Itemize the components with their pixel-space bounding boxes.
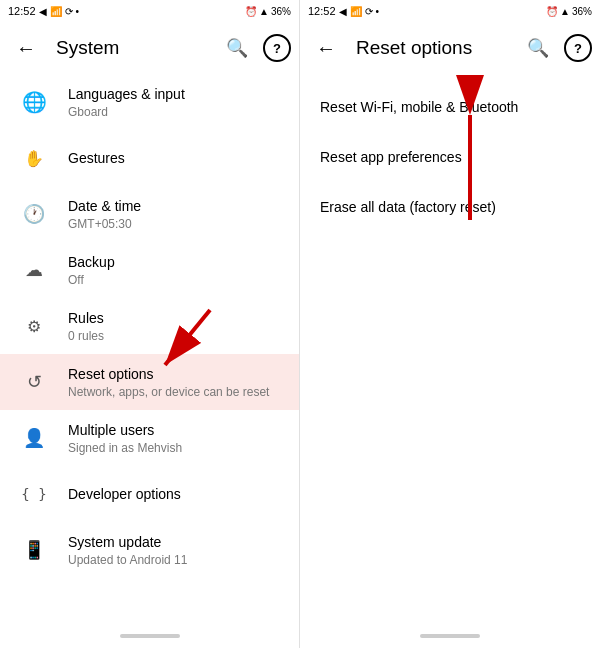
gestures-icon: ✋	[16, 140, 52, 176]
left-wifi-icon: ▲	[259, 6, 269, 17]
right-dot-icon: •	[376, 6, 380, 17]
reset-wifi-label: Reset Wi-Fi, mobile & Bluetooth	[320, 99, 518, 115]
right-nav-icon: ◀	[339, 6, 347, 17]
left-settings-list: 🌐 Languages & input Gboard ✋ Gestures 🕐 …	[0, 74, 299, 628]
languages-icon: 🌐	[16, 84, 52, 120]
gestures-title: Gestures	[68, 149, 125, 167]
rules-subtitle: 0 rules	[68, 329, 104, 343]
right-status-bar: 12:52 ◀ 📶 ⟳ • ⏰ ▲ 36%	[300, 0, 600, 22]
reset-wifi-item[interactable]: Reset Wi-Fi, mobile & Bluetooth	[300, 82, 600, 132]
right-panel: 12:52 ◀ 📶 ⟳ • ⏰ ▲ 36% ← Reset options 🔍 …	[300, 0, 600, 648]
multiuser-icon: 👤	[16, 420, 52, 456]
datetime-title: Date & time	[68, 197, 141, 215]
update-icon: 📱	[16, 532, 52, 568]
reset-icon: ↺	[16, 364, 52, 400]
left-status-right: ⏰ ▲ 36%	[245, 6, 291, 17]
right-search-button[interactable]: 🔍	[520, 30, 556, 66]
languages-subtitle: Gboard	[68, 105, 185, 119]
left-help-button[interactable]: ?	[263, 34, 291, 62]
left-signal-icon: 📶	[50, 6, 62, 17]
left-nav-icon: ◀	[39, 6, 47, 17]
reset-subtitle: Network, apps, or device can be reset	[68, 385, 269, 399]
right-signal-icon: 📶	[350, 6, 362, 17]
left-search-button[interactable]: 🔍	[219, 30, 255, 66]
multiuser-title: Multiple users	[68, 421, 182, 439]
right-home-pill	[420, 634, 480, 638]
right-top-bar: ← Reset options 🔍 ?	[300, 22, 600, 74]
rules-icon: ⚙	[16, 308, 52, 344]
left-sync-icon: ⟳	[65, 6, 73, 17]
reset-app-prefs-item[interactable]: Reset app preferences	[300, 132, 600, 182]
left-panel: 12:52 ◀ 📶 ⟳ • ⏰ ▲ 36% ← System 🔍 ? 🌐 Lan…	[0, 0, 300, 648]
right-reset-list: Reset Wi-Fi, mobile & Bluetooth Reset ap…	[300, 74, 600, 628]
left-home-pill	[120, 634, 180, 638]
sidebar-item-update[interactable]: 📱 System update Updated to Android 11	[0, 522, 299, 578]
right-wifi-icon: ▲	[560, 6, 570, 17]
right-status-right: ⏰ ▲ 36%	[546, 6, 592, 17]
left-bottom-bar	[0, 628, 299, 648]
backup-icon: ☁	[16, 252, 52, 288]
right-status-time: 12:52 ◀ 📶 ⟳ •	[308, 5, 379, 17]
backup-title: Backup	[68, 253, 115, 271]
sidebar-item-backup[interactable]: ☁ Backup Off	[0, 242, 299, 298]
right-bottom-bar	[300, 628, 600, 648]
reset-app-prefs-label: Reset app preferences	[320, 149, 462, 165]
backup-subtitle: Off	[68, 273, 115, 287]
sidebar-item-datetime[interactable]: 🕐 Date & time GMT+05:30	[0, 186, 299, 242]
multiuser-subtitle: Signed in as Mehvish	[68, 441, 182, 455]
right-battery: 36%	[572, 6, 592, 17]
left-time: 12:52	[8, 5, 36, 17]
sidebar-item-reset[interactable]: ↺ Reset options Network, apps, or device…	[0, 354, 299, 410]
update-title: System update	[68, 533, 187, 551]
sidebar-item-rules[interactable]: ⚙ Rules 0 rules	[0, 298, 299, 354]
right-title: Reset options	[356, 37, 512, 59]
right-time: 12:52	[308, 5, 336, 17]
right-help-button[interactable]: ?	[564, 34, 592, 62]
sidebar-item-multiuser[interactable]: 👤 Multiple users Signed in as Mehvish	[0, 410, 299, 466]
sidebar-item-gestures[interactable]: ✋ Gestures	[0, 130, 299, 186]
left-location-icon: •	[76, 6, 80, 17]
left-status-time: 12:52 ◀ 📶 ⟳ •	[8, 5, 79, 17]
left-status-bar: 12:52 ◀ 📶 ⟳ • ⏰ ▲ 36%	[0, 0, 299, 22]
right-back-button[interactable]: ←	[308, 30, 344, 66]
datetime-icon: 🕐	[16, 196, 52, 232]
reset-title: Reset options	[68, 365, 269, 383]
sidebar-item-languages[interactable]: 🌐 Languages & input Gboard	[0, 74, 299, 130]
right-sync-icon: ⟳	[365, 6, 373, 17]
left-title: System	[56, 37, 211, 59]
left-top-bar: ← System 🔍 ?	[0, 22, 299, 74]
languages-title: Languages & input	[68, 85, 185, 103]
left-back-button[interactable]: ←	[8, 30, 44, 66]
developer-icon: { }	[16, 476, 52, 512]
right-alarm-icon: ⏰	[546, 6, 558, 17]
rules-title: Rules	[68, 309, 104, 327]
datetime-subtitle: GMT+05:30	[68, 217, 141, 231]
update-subtitle: Updated to Android 11	[68, 553, 187, 567]
erase-all-label: Erase all data (factory reset)	[320, 199, 496, 215]
left-battery: 36%	[271, 6, 291, 17]
left-alarm-icon: ⏰	[245, 6, 257, 17]
sidebar-item-developer[interactable]: { } Developer options	[0, 466, 299, 522]
developer-title: Developer options	[68, 485, 181, 503]
erase-all-item[interactable]: Erase all data (factory reset)	[300, 182, 600, 232]
